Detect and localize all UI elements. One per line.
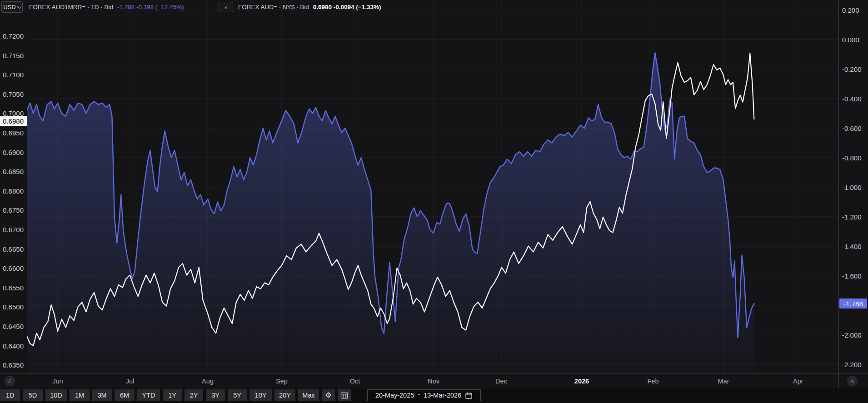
right-axis-tick: 0.200 (842, 6, 859, 14)
range-button-max[interactable]: Max (298, 389, 319, 401)
left-axis-tick: 0.6550 (3, 284, 24, 291)
legend-aud[interactable]: FOREX AUD= · NY$ · Bid 0.6980 -0.0094 (−… (238, 0, 381, 14)
range-toolbar: 1D5D10D1M3M6MYTD1Y2Y3Y5Y10Y20YMax⚙ 20-Ma… (0, 388, 868, 403)
time-axis-label-dec: Dec (495, 378, 507, 385)
last-price-badge-aud: 0.6980 (0, 116, 27, 126)
data-table-button[interactable] (338, 389, 351, 401)
left-axis-tick: 0.6900 (3, 148, 24, 156)
time-axis-label-aug: Aug (202, 378, 214, 385)
time-axis-label-mar: Mar (718, 378, 729, 385)
time-axis[interactable]: Z A JunJulAugSepOctNovDec2026FebMarApr (0, 373, 868, 388)
range-button-20y[interactable]: 20Y (274, 389, 295, 401)
table-icon (340, 392, 348, 399)
chevron-down-icon (17, 4, 21, 9)
last-price-badge-aud1mrr: -1.788 (839, 299, 867, 308)
left-axis-tick: 0.7150 (3, 51, 24, 59)
time-axis-label-feb: Feb (648, 378, 659, 385)
date-range-picker[interactable]: 20-May-2025 - 13-Mar-2026 (367, 389, 481, 401)
legend-aud-values: 0.6980 -0.0094 (−1.33%) (313, 4, 381, 10)
chart-header: USD FOREX AUD1MRR= · 1D · Bid -1.788 -0.… (0, 0, 545, 14)
date-separator: - (418, 391, 420, 398)
right-axis-tick: 0.000 (842, 36, 859, 44)
gear-icon: ⚙ (325, 392, 331, 399)
range-button-2y[interactable]: 2Y (185, 389, 203, 401)
legend-aud1mrr-values: -1.788 -0.198 (−12.45%) (117, 4, 184, 10)
right-axis-tick: -2.200 (842, 361, 862, 368)
annotate-mode-button[interactable]: A (847, 376, 858, 386)
time-axis-label-sep: Sep (276, 378, 288, 385)
range-button-10d[interactable]: 10D (45, 389, 67, 401)
right-axis-tick: -2.000 (842, 331, 862, 339)
chevron-left-icon: ‹ (225, 3, 227, 11)
range-button-3y[interactable]: 3Y (206, 389, 225, 401)
currency-dropdown[interactable]: USD (1, 1, 23, 13)
range-button-ytd[interactable]: YTD (137, 389, 160, 401)
right-axis-tick: -0.400 (842, 95, 862, 103)
currency-dropdown-label: USD (3, 4, 15, 10)
range-button-5y[interactable]: 5Y (228, 389, 247, 401)
left-axis-tick: 0.6450 (3, 323, 24, 330)
time-axis-label-2026: 2026 (574, 378, 589, 385)
date-from: 20-May-2025 (375, 392, 414, 399)
range-button-6m[interactable]: 6M (115, 389, 135, 401)
left-axis-tick: 0.6350 (3, 361, 24, 369)
right-axis-tick: -1.200 (842, 213, 862, 221)
left-axis-tick: 0.6650 (3, 245, 24, 253)
left-axis-tick: 0.6750 (3, 206, 24, 214)
left-axis-tick: 0.6400 (3, 342, 24, 349)
range-button-5d[interactable]: 5D (23, 389, 43, 401)
right-axis-tick: -1.400 (842, 243, 862, 250)
left-price-axis[interactable]: 0.6980 0.72000.71500.71000.70500.70000.6… (0, 0, 27, 373)
range-button-1m[interactable]: 1M (70, 389, 90, 401)
left-axis-tick: 0.7200 (3, 32, 24, 40)
calendar-icon (465, 392, 473, 399)
price-chart-canvas[interactable] (27, 0, 838, 373)
left-axis-tick: 0.6600 (3, 264, 24, 272)
left-axis-tick: 0.6800 (3, 187, 24, 194)
right-axis-tick: -0.800 (842, 154, 862, 162)
plot-left-border (27, 0, 27, 388)
time-axis-label-jul: Jul (126, 378, 135, 385)
right-axis-tick: -1.600 (842, 272, 862, 280)
left-axis-tick: 0.7050 (3, 90, 24, 98)
legend-aud1mrr-name: FOREX AUD1MRR= · 1D · Bid (29, 4, 113, 10)
right-axis-tick: -0.600 (842, 124, 862, 132)
left-axis-tick: 0.6700 (3, 226, 24, 234)
time-axis-label-oct: Oct (350, 378, 360, 385)
date-to: 13-Mar-2026 (424, 392, 461, 399)
left-axis-tick: 0.6500 (3, 303, 24, 311)
collapse-legend-button[interactable]: ‹ (219, 2, 233, 12)
range-buttons: 1D5D10D1M3M6MYTD1Y2Y3Y5Y10Y20YMax⚙ (0, 389, 351, 401)
right-price-axis[interactable]: -1.788 0.2000.000-0.200-0.400-0.600-0.80… (838, 0, 868, 373)
left-axis-tick: 0.7100 (3, 71, 24, 79)
range-button-1d[interactable]: 1D (0, 389, 20, 401)
range-button-3m[interactable]: 3M (92, 389, 112, 401)
chart-settings-button[interactable]: ⚙ (322, 389, 335, 401)
legend-aud-name: FOREX AUD= · NY$ · Bid (238, 4, 309, 10)
left-axis-tick: 0.6850 (3, 168, 24, 175)
right-axis-tick: -0.200 (842, 65, 862, 73)
time-axis-label-nov: Nov (428, 378, 439, 385)
range-button-1y[interactable]: 1Y (163, 389, 182, 401)
right-axis-tick: -1.000 (842, 184, 862, 191)
time-axis-label-apr: Apr (793, 378, 803, 385)
chart-app: USD FOREX AUD1MRR= · 1D · Bid -1.788 -0.… (0, 0, 868, 403)
zoom-mode-button[interactable]: Z (5, 376, 15, 386)
time-axis-label-jun: Jun (52, 378, 63, 385)
legend-aud1mrr[interactable]: FOREX AUD1MRR= · 1D · Bid -1.788 -0.198 … (29, 0, 184, 14)
left-axis-tick: 0.6950 (3, 129, 24, 137)
range-button-10y[interactable]: 10Y (249, 389, 272, 401)
